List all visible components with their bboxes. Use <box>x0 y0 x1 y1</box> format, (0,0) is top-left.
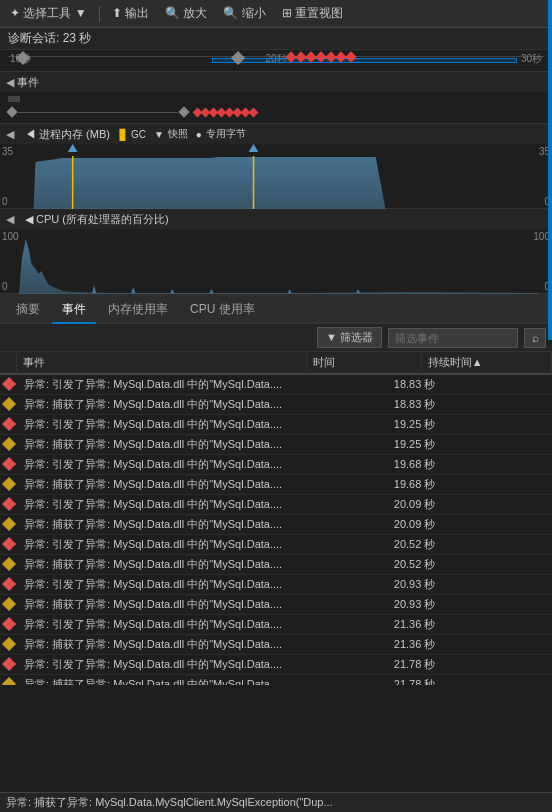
table-row[interactable]: 异常: 捕获了异常: MySql.Data.dll 中的"MySql.Data.… <box>0 435 552 455</box>
event-time: 19.68 秒 <box>388 455 470 475</box>
tab-summary[interactable]: 摘要 <box>6 297 50 324</box>
event-duration <box>470 375 552 395</box>
event-time: 20.52 秒 <box>388 555 470 575</box>
event-duration <box>470 595 552 615</box>
reset-view-button[interactable]: ⊞ 重置视图 <box>278 3 347 24</box>
event-time: 21.36 秒 <box>388 635 470 655</box>
table-row[interactable]: 异常: 捕获了异常: MySql.Data.dll 中的"MySql.Data.… <box>0 675 552 686</box>
separator-1 <box>99 6 100 22</box>
event-type-icon <box>0 515 18 535</box>
table-row[interactable]: 异常: 引发了异常: MySql.Data.dll 中的"MySql.Data.… <box>0 375 552 395</box>
memory-section: ◀ ◀ 进程内存 (MB) ▮ GC ▼ 快照 ● 专用字节 35 0 35 0 <box>0 124 552 209</box>
select-tool-button[interactable]: ✦ 选择工具 ▼ <box>6 3 91 24</box>
event-text: 异常: 捕获了异常: MySql.Data.dll 中的"MySql.Data.… <box>18 675 388 686</box>
event-time: 20.09 秒 <box>388 495 470 515</box>
event-type-icon <box>0 655 18 675</box>
table-row[interactable]: 异常: 引发了异常: MySql.Data.dll 中的"MySql.Data.… <box>0 575 552 595</box>
tab-cpu-usage[interactable]: CPU 使用率 <box>180 297 265 324</box>
event-duration <box>470 655 552 675</box>
table-row[interactable]: 异常: 引发了异常: MySql.Data.dll 中的"MySql.Data.… <box>0 535 552 555</box>
table-header: 事件 时间 持续时间▲ <box>0 352 552 375</box>
event-time: 20.93 秒 <box>388 595 470 615</box>
diagnostic-bar: 诊断会话: 23 秒 <box>0 28 552 50</box>
events-table[interactable]: 异常: 引发了异常: MySql.Data.dll 中的"MySql.Data.… <box>0 375 552 685</box>
event-time: 20.93 秒 <box>388 575 470 595</box>
event-type-icon <box>0 435 18 455</box>
events-body <box>0 92 552 124</box>
table-row[interactable]: 异常: 捕获了异常: MySql.Data.dll 中的"MySql.Data.… <box>0 475 552 495</box>
memory-y-max-left: 35 <box>2 146 13 157</box>
event-type-icon <box>0 675 18 686</box>
event-time: 19.68 秒 <box>388 475 470 495</box>
event-text: 异常: 引发了异常: MySql.Data.dll 中的"MySql.Data.… <box>18 455 388 475</box>
memory-y-zero-left: 0 <box>2 196 8 207</box>
tooltip-bar: 异常: 捕获了异常: MySql.Data.MySqlClient.MySqlE… <box>0 792 552 812</box>
table-row[interactable]: 异常: 引发了异常: MySql.Data.dll 中的"MySql.Data.… <box>0 655 552 675</box>
event-text: 异常: 引发了异常: MySql.Data.dll 中的"MySql.Data.… <box>18 375 388 395</box>
table-body: 异常: 引发了异常: MySql.Data.dll 中的"MySql.Data.… <box>0 375 552 685</box>
event-type-icon <box>0 375 18 395</box>
event-text: 异常: 捕获了异常: MySql.Data.dll 中的"MySql.Data.… <box>18 515 388 535</box>
tab-events[interactable]: 事件 <box>52 297 96 324</box>
zoom-out-button[interactable]: 🔍 缩小 <box>219 3 269 24</box>
table-row[interactable]: 异常: 捕获了异常: MySql.Data.dll 中的"MySql.Data.… <box>0 515 552 535</box>
table-row[interactable]: 异常: 引发了异常: MySql.Data.dll 中的"MySql.Data.… <box>0 495 552 515</box>
search-icon: ⌕ <box>532 331 539 345</box>
events-header[interactable]: ◀ 事件 <box>0 72 552 92</box>
cpu-section: ◀ ◀ CPU (所有处理器的百分比) 100 0 100 0 <box>0 209 552 294</box>
event-text: 异常: 引发了异常: MySql.Data.dll 中的"MySql.Data.… <box>18 655 388 675</box>
timeline-area[interactable]: 10秒 20秒 30秒 <box>0 50 552 72</box>
table-row[interactable]: 异常: 捕获了异常: MySql.Data.dll 中的"MySql.Data.… <box>0 635 552 655</box>
table-row[interactable]: 异常: 引发了异常: MySql.Data.dll 中的"MySql.Data.… <box>0 615 552 635</box>
memory-chart-header: ◀ ◀ 进程内存 (MB) ▮ GC ▼ 快照 ● 专用字节 <box>0 124 552 144</box>
table-row[interactable]: 异常: 引发了异常: MySql.Data.dll 中的"MySql.Data.… <box>0 455 552 475</box>
col-header-duration[interactable]: 持续时间▲ <box>421 352 551 374</box>
cpu-spike-1 <box>92 285 96 293</box>
memory-expand-arrow: ◀ <box>6 128 14 141</box>
event-type-icon <box>0 495 18 515</box>
ruler-label-30: 30秒 <box>521 52 542 66</box>
col-header-event[interactable]: 事件 <box>16 352 306 374</box>
event-text: 异常: 引发了异常: MySql.Data.dll 中的"MySql.Data.… <box>18 415 388 435</box>
table-row[interactable]: 异常: 引发了异常: MySql.Data.dll 中的"MySql.Data.… <box>0 415 552 435</box>
zoom-in-button[interactable]: 🔍 放大 <box>161 3 211 24</box>
table-row[interactable]: 异常: 捕获了异常: MySql.Data.dll 中的"MySql.Data.… <box>0 555 552 575</box>
events-section: ◀ 事件 <box>0 72 552 124</box>
diagnostic-label: 诊断会话: 23 秒 <box>8 30 91 47</box>
timeline-selection[interactable] <box>212 58 518 63</box>
event-duration <box>470 495 552 515</box>
event-text: 异常: 捕获了异常: MySql.Data.dll 中的"MySql.Data.… <box>18 555 388 575</box>
event-duration <box>470 415 552 435</box>
event-text: 异常: 捕获了异常: MySql.Data.dll 中的"MySql.Data.… <box>18 635 388 655</box>
col-header-time[interactable]: 时间 <box>306 352 421 374</box>
event-duration <box>470 615 552 635</box>
event-time: 21.78 秒 <box>388 655 470 675</box>
cpu-spike-4 <box>210 289 214 293</box>
event-type-icon <box>0 475 18 495</box>
memory-chart-svg <box>14 144 538 209</box>
search-button[interactable]: ⌕ <box>524 328 546 348</box>
tabs-bar: 摘要 事件 内存使用率 CPU 使用率 <box>0 294 552 324</box>
filter-input[interactable] <box>388 328 518 348</box>
cpu-title: ◀ CPU (所有处理器的百分比) <box>25 212 169 227</box>
filter-button[interactable]: ▼ 筛选器 <box>317 327 382 348</box>
tab-memory-usage[interactable]: 内存使用率 <box>98 297 178 324</box>
event-text: 异常: 捕获了异常: MySql.Data.dll 中的"MySql.Data.… <box>18 475 388 495</box>
table-row[interactable]: 异常: 捕获了异常: MySql.Data.dll 中的"MySql.Data.… <box>0 595 552 615</box>
event-time: 21.36 秒 <box>388 615 470 635</box>
event-time: 20.52 秒 <box>388 535 470 555</box>
event-type-icon <box>0 595 18 615</box>
event-duration <box>470 535 552 555</box>
event-text: 异常: 引发了异常: MySql.Data.dll 中的"MySql.Data.… <box>18 495 388 515</box>
memory-legend: ▮ GC ▼ 快照 ● 专用字节 <box>118 126 246 142</box>
event-type-icon <box>0 395 18 415</box>
memory-title: ◀ 进程内存 (MB) <box>25 127 110 142</box>
event-text: 异常: 引发了异常: MySql.Data.dll 中的"MySql.Data.… <box>18 535 388 555</box>
output-button[interactable]: ⬆ 输出 <box>108 3 153 24</box>
event-type-icon <box>0 535 18 555</box>
filter-row: ▼ 筛选器 ⌕ <box>0 324 552 352</box>
event-text: 异常: 捕获了异常: MySql.Data.dll 中的"MySql.Data.… <box>18 595 388 615</box>
cpu-spike-3 <box>170 289 174 293</box>
event-time: 21.78 秒 <box>388 675 470 686</box>
table-row[interactable]: 异常: 捕获了异常: MySql.Data.dll 中的"MySql.Data.… <box>0 395 552 415</box>
